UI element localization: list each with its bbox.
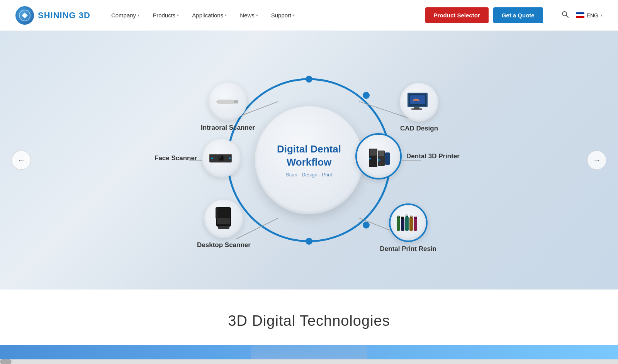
satellite-icon-printer [355, 133, 402, 179]
svg-rect-37 [385, 152, 390, 165]
svg-point-32 [229, 157, 231, 159]
satellite-face[interactable]: Face Scanner [154, 139, 241, 178]
satellite-cad[interactable]: CAD Design [400, 83, 438, 132]
carousel-prev-button[interactable]: ← [12, 151, 31, 170]
svg-rect-56 [409, 217, 413, 231]
svg-rect-52 [402, 216, 404, 217]
satellite-label-resin: Dental Print Resin [380, 245, 436, 253]
satellite-label-desktop: Desktop Scanner [197, 241, 251, 249]
svg-point-31 [211, 157, 213, 159]
satellite-icon-desktop [204, 200, 243, 238]
nav-item-news[interactable]: News ▾ [234, 9, 263, 22]
satellite-label-printer: Dental 3D Printer [406, 152, 460, 160]
logo-icon [15, 6, 34, 25]
satellite-printer[interactable]: Dental 3D Printer [355, 133, 460, 179]
satellite-label-face: Face Scanner [154, 154, 197, 162]
scrollbar-thumb[interactable] [0, 359, 12, 364]
svg-rect-46 [218, 226, 229, 229]
satellite-icon-face [202, 139, 241, 178]
svg-rect-58 [410, 215, 412, 217]
section-3d-tech: 3D Digital Technologies [0, 290, 618, 345]
page-scrollbar[interactable] [0, 359, 618, 364]
chevron-down-icon: ▾ [601, 13, 603, 17]
satellite-desktop[interactable]: Desktop Scanner [197, 200, 251, 249]
search-icon[interactable] [559, 8, 571, 22]
product-selector-button[interactable]: Product Selector [425, 7, 489, 23]
title-line-right [398, 321, 498, 321]
satellite-intraoral[interactable]: Intraoral Scanner [201, 82, 255, 132]
svg-rect-36 [379, 151, 384, 156]
nav-item-support[interactable]: Support ▾ [266, 9, 301, 22]
svg-point-1 [23, 14, 26, 17]
workflow-diagram: Digital Dental Workflow Scan - Design - … [135, 44, 483, 276]
svg-rect-53 [405, 217, 409, 231]
nav-links: Company ▾ Products ▾ Applications ▾ News… [106, 9, 425, 22]
svg-rect-17 [217, 100, 234, 104]
svg-rect-59 [414, 218, 417, 231]
chevron-down-icon: ▾ [138, 13, 139, 17]
nav-actions: Product Selector Get a Quote ENG ▾ [425, 7, 603, 23]
svg-rect-43 [216, 207, 218, 219]
workflow-center-circle: Digital Dental Workflow Scan - Design - … [255, 106, 363, 214]
section-title-text: 3D Digital Technologies [228, 313, 390, 329]
chevron-down-icon: ▾ [293, 13, 295, 17]
title-line-left [120, 321, 220, 321]
svg-point-9 [363, 92, 370, 99]
logo-link[interactable]: SHINING 3D [15, 6, 90, 25]
svg-rect-47 [397, 217, 400, 231]
svg-point-5 [306, 76, 312, 83]
flag-icon [576, 12, 584, 18]
nav-item-company[interactable]: Company ▾ [106, 9, 145, 22]
chevron-down-icon: ▾ [177, 13, 179, 17]
satellite-resin[interactable]: Dental Print Resin [380, 203, 436, 253]
svg-point-10 [363, 222, 370, 229]
svg-rect-55 [406, 214, 408, 216]
chevron-down-icon: ▾ [256, 13, 258, 17]
svg-rect-50 [401, 218, 404, 231]
chevron-down-icon: ▾ [225, 13, 227, 17]
logo-text: SHINING 3D [38, 10, 90, 20]
language-selector[interactable]: ENG ▾ [576, 12, 603, 19]
get-quote-button[interactable]: Get a Quote [493, 7, 543, 23]
svg-rect-39 [378, 159, 380, 161]
nav-item-applications[interactable]: Applications ▾ [187, 9, 232, 22]
svg-rect-49 [397, 215, 399, 217]
satellite-label-intraoral: Intraoral Scanner [201, 124, 255, 132]
svg-rect-38 [369, 158, 371, 159]
svg-rect-25 [411, 108, 422, 110]
svg-rect-18 [234, 100, 238, 103]
carousel-next-button[interactable]: → [587, 151, 606, 170]
satellite-icon-resin [389, 203, 428, 242]
workflow-subtitle: Scan - Design - Print [286, 172, 332, 178]
nav-divider [551, 10, 551, 21]
svg-rect-42 [217, 218, 230, 224]
svg-point-7 [306, 238, 312, 245]
satellite-icon-cad [400, 83, 438, 122]
navbar: SHINING 3D Company ▾ Products ▾ Applicat… [0, 0, 618, 31]
svg-line-3 [566, 15, 568, 17]
svg-rect-61 [414, 216, 416, 217]
satellite-label-cad: CAD Design [400, 125, 438, 132]
svg-rect-34 [370, 149, 377, 156]
section-title: 3D Digital Technologies [15, 313, 603, 329]
svg-point-30 [219, 156, 221, 158]
satellite-icon-intraoral [209, 82, 247, 121]
svg-point-45 [222, 210, 225, 212]
lang-label: ENG [587, 12, 598, 19]
workflow-title: Digital Dental Workflow [255, 143, 363, 169]
nav-item-products[interactable]: Products ▾ [147, 9, 184, 22]
hero-section: ← → [0, 31, 618, 290]
